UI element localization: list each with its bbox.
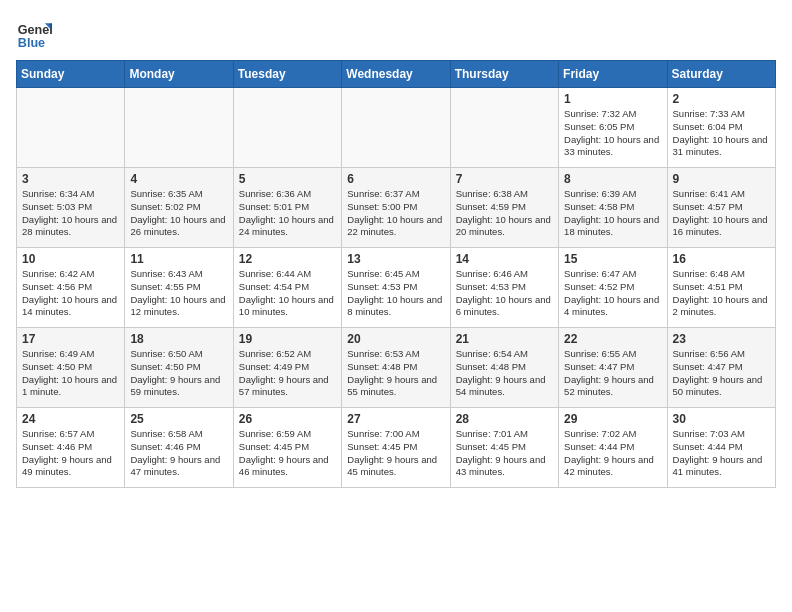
day-info-line: Daylight: 9 hours and 59 minutes. [130,374,227,400]
day-number: 30 [673,412,770,426]
day-info-line: Sunrise: 6:49 AM [22,348,119,361]
calendar-cell [342,88,450,168]
day-info-line: Daylight: 10 hours and 24 minutes. [239,214,336,240]
day-info-line: Daylight: 9 hours and 57 minutes. [239,374,336,400]
day-info-line: Sunrise: 6:45 AM [347,268,444,281]
day-info-line: Sunset: 4:51 PM [673,281,770,294]
logo: General Blue [16,16,56,52]
day-of-week-header: Saturday [667,61,775,88]
calendar-cell: 27Sunrise: 7:00 AMSunset: 4:45 PMDayligh… [342,408,450,488]
day-info-line: Sunrise: 7:33 AM [673,108,770,121]
calendar-cell: 3Sunrise: 6:34 AMSunset: 5:03 PMDaylight… [17,168,125,248]
day-info-line: Daylight: 9 hours and 52 minutes. [564,374,661,400]
day-info-line: Daylight: 10 hours and 20 minutes. [456,214,553,240]
day-number: 20 [347,332,444,346]
day-info-line: Daylight: 10 hours and 33 minutes. [564,134,661,160]
calendar-cell: 20Sunrise: 6:53 AMSunset: 4:48 PMDayligh… [342,328,450,408]
day-info-line: Daylight: 9 hours and 49 minutes. [22,454,119,480]
calendar-cell: 6Sunrise: 6:37 AMSunset: 5:00 PMDaylight… [342,168,450,248]
day-info-line: Sunrise: 6:52 AM [239,348,336,361]
day-info-line: Sunset: 4:59 PM [456,201,553,214]
day-info-line: Daylight: 9 hours and 43 minutes. [456,454,553,480]
day-info-line: Sunset: 4:45 PM [239,441,336,454]
day-number: 11 [130,252,227,266]
day-info-line: Sunset: 4:46 PM [22,441,119,454]
day-number: 19 [239,332,336,346]
day-info-line: Sunset: 6:05 PM [564,121,661,134]
day-info-line: Daylight: 10 hours and 22 minutes. [347,214,444,240]
day-number: 5 [239,172,336,186]
day-info-line: Sunrise: 6:42 AM [22,268,119,281]
day-info-line: Sunset: 4:50 PM [22,361,119,374]
day-number: 27 [347,412,444,426]
day-number: 14 [456,252,553,266]
day-info-line: Sunrise: 6:41 AM [673,188,770,201]
calendar-cell: 11Sunrise: 6:43 AMSunset: 4:55 PMDayligh… [125,248,233,328]
day-info-line: Sunset: 5:01 PM [239,201,336,214]
calendar-cell: 24Sunrise: 6:57 AMSunset: 4:46 PMDayligh… [17,408,125,488]
day-number: 9 [673,172,770,186]
day-number: 4 [130,172,227,186]
calendar-cell: 15Sunrise: 6:47 AMSunset: 4:52 PMDayligh… [559,248,667,328]
day-info-line: Sunset: 5:03 PM [22,201,119,214]
day-info-line: Sunset: 5:00 PM [347,201,444,214]
calendar-week-row: 10Sunrise: 6:42 AMSunset: 4:56 PMDayligh… [17,248,776,328]
day-info-line: Sunrise: 6:36 AM [239,188,336,201]
calendar-cell [233,88,341,168]
day-number: 21 [456,332,553,346]
day-number: 26 [239,412,336,426]
day-info-line: Sunset: 4:44 PM [673,441,770,454]
day-info-line: Sunrise: 6:34 AM [22,188,119,201]
day-number: 6 [347,172,444,186]
day-number: 2 [673,92,770,106]
day-info-line: Sunset: 4:45 PM [456,441,553,454]
day-info-line: Daylight: 9 hours and 42 minutes. [564,454,661,480]
day-info-line: Sunset: 4:47 PM [673,361,770,374]
day-info-line: Sunset: 4:55 PM [130,281,227,294]
day-info-line: Sunset: 4:44 PM [564,441,661,454]
logo-icon: General Blue [16,16,52,52]
day-info-line: Daylight: 10 hours and 18 minutes. [564,214,661,240]
header: General Blue [16,16,776,52]
calendar-week-row: 3Sunrise: 6:34 AMSunset: 5:03 PMDaylight… [17,168,776,248]
calendar-cell: 23Sunrise: 6:56 AMSunset: 4:47 PMDayligh… [667,328,775,408]
calendar-cell: 2Sunrise: 7:33 AMSunset: 6:04 PMDaylight… [667,88,775,168]
day-info-line: Sunset: 4:57 PM [673,201,770,214]
day-info-line: Daylight: 10 hours and 8 minutes. [347,294,444,320]
day-info-line: Sunrise: 7:01 AM [456,428,553,441]
day-number: 28 [456,412,553,426]
calendar-cell: 22Sunrise: 6:55 AMSunset: 4:47 PMDayligh… [559,328,667,408]
day-info-line: Daylight: 10 hours and 10 minutes. [239,294,336,320]
day-number: 15 [564,252,661,266]
day-number: 13 [347,252,444,266]
calendar-cell: 18Sunrise: 6:50 AMSunset: 4:50 PMDayligh… [125,328,233,408]
day-info-line: Sunrise: 7:32 AM [564,108,661,121]
day-info-line: Daylight: 10 hours and 16 minutes. [673,214,770,240]
day-info-line: Sunset: 4:46 PM [130,441,227,454]
day-info-line: Sunrise: 6:46 AM [456,268,553,281]
calendar-week-row: 1Sunrise: 7:32 AMSunset: 6:05 PMDaylight… [17,88,776,168]
day-number: 12 [239,252,336,266]
day-info-line: Daylight: 10 hours and 6 minutes. [456,294,553,320]
day-info-line: Daylight: 10 hours and 2 minutes. [673,294,770,320]
day-info-line: Daylight: 9 hours and 45 minutes. [347,454,444,480]
day-info-line: Sunrise: 6:47 AM [564,268,661,281]
day-info-line: Sunrise: 7:02 AM [564,428,661,441]
calendar-cell: 16Sunrise: 6:48 AMSunset: 4:51 PMDayligh… [667,248,775,328]
day-number: 3 [22,172,119,186]
calendar-cell: 9Sunrise: 6:41 AMSunset: 4:57 PMDaylight… [667,168,775,248]
day-of-week-header: Friday [559,61,667,88]
day-info-line: Sunset: 5:02 PM [130,201,227,214]
day-info-line: Sunrise: 6:50 AM [130,348,227,361]
calendar-cell: 25Sunrise: 6:58 AMSunset: 4:46 PMDayligh… [125,408,233,488]
day-info-line: Sunrise: 6:48 AM [673,268,770,281]
day-info-line: Sunrise: 6:38 AM [456,188,553,201]
day-info-line: Sunset: 4:48 PM [347,361,444,374]
day-info-line: Sunrise: 7:00 AM [347,428,444,441]
day-number: 23 [673,332,770,346]
day-info-line: Daylight: 9 hours and 46 minutes. [239,454,336,480]
day-info-line: Daylight: 10 hours and 1 minute. [22,374,119,400]
calendar-cell: 10Sunrise: 6:42 AMSunset: 4:56 PMDayligh… [17,248,125,328]
day-of-week-header: Tuesday [233,61,341,88]
calendar-cell: 1Sunrise: 7:32 AMSunset: 6:05 PMDaylight… [559,88,667,168]
